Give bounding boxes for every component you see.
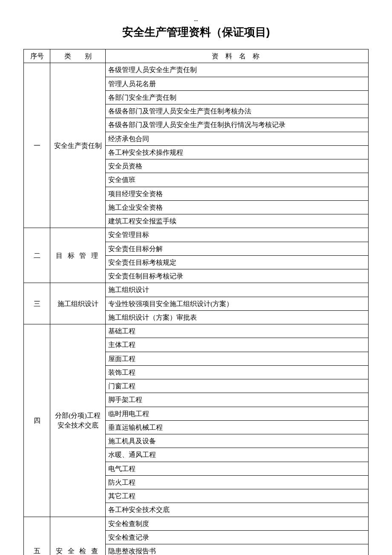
item-cell: 各级管理人员安全生产责任制 bbox=[106, 63, 369, 77]
header-mark: -- bbox=[23, 17, 369, 24]
item-cell: 施工组织设计（方案）审批表 bbox=[106, 310, 369, 324]
col-category: 类 别 bbox=[50, 49, 106, 63]
item-cell: 装饰工程 bbox=[106, 365, 369, 379]
item-cell: 经济承包合同 bbox=[106, 132, 369, 145]
item-cell: 各级各部门及管理人员安全生产责任制执行情况与考核记录 bbox=[106, 118, 369, 132]
item-cell: 专业性较强项目安全施工组织设计(方案） bbox=[106, 297, 369, 310]
table-row: 三施工组织设计施工组织设计 bbox=[24, 283, 369, 297]
item-cell: 临时用电工程 bbox=[106, 407, 369, 420]
item-cell: 施工企业安全资格 bbox=[106, 200, 369, 214]
item-cell: 安全管理目标 bbox=[106, 228, 369, 242]
seq-cell: 三 bbox=[24, 283, 50, 324]
item-cell: 安全员资格 bbox=[106, 159, 369, 173]
item-cell: 施工组织设计 bbox=[106, 283, 369, 297]
item-cell: 安全责任目标分解 bbox=[106, 242, 369, 255]
seq-cell: 一 bbox=[24, 63, 50, 228]
item-cell: 安全值班 bbox=[106, 173, 369, 187]
category-cell: 施工组织设计 bbox=[50, 283, 106, 324]
item-cell: 安全责任制目标考核记录 bbox=[106, 269, 369, 283]
item-cell: 电气工程 bbox=[106, 462, 369, 475]
seq-cell: 五 bbox=[24, 517, 50, 555]
item-cell: 各工种安全技术交底 bbox=[106, 503, 369, 517]
item-cell: 隐患整改报告书 bbox=[106, 544, 369, 555]
item-cell: 各部门安全生产责任制 bbox=[106, 90, 369, 104]
item-cell: 各工种安全技术操作规程 bbox=[106, 145, 369, 159]
category-cell: 分部(分项)工程安全技术交底 bbox=[50, 324, 106, 517]
page-title: 安全生产管理资料（保证项目) bbox=[23, 25, 369, 40]
item-cell: 防火工程 bbox=[106, 475, 369, 489]
item-cell: 水暖、通风工程 bbox=[106, 448, 369, 462]
item-cell: 脚手架工程 bbox=[106, 393, 369, 407]
category-cell: 目 标 管 理 bbox=[50, 228, 106, 283]
item-cell: 基础工程 bbox=[106, 324, 369, 338]
col-seq: 序号 bbox=[24, 49, 50, 63]
item-cell: 施工机具及设备 bbox=[106, 434, 369, 448]
item-cell: 建筑工程安全报监手续 bbox=[106, 214, 369, 228]
table-row: 四分部(分项)工程安全技术交底基础工程 bbox=[24, 324, 369, 338]
item-cell: 垂直运输机械工程 bbox=[106, 420, 369, 434]
category-cell: 安全生产责任制 bbox=[50, 63, 106, 228]
item-cell: 屋面工程 bbox=[106, 352, 369, 365]
category-cell: 安 全 检 查 bbox=[50, 517, 106, 555]
materials-table: 序号 类 别 资 料 名 称 一安全生产责任制各级管理人员安全生产责任制管理人员… bbox=[23, 49, 369, 555]
col-name: 资 料 名 称 bbox=[106, 49, 369, 63]
item-cell: 项目经理安全资格 bbox=[106, 187, 369, 200]
item-cell: 主体工程 bbox=[106, 338, 369, 352]
item-cell: 安全责任目标考核规定 bbox=[106, 255, 369, 269]
item-cell: 安全检查记录 bbox=[106, 530, 369, 544]
table-row: 一安全生产责任制各级管理人员安全生产责任制 bbox=[24, 63, 369, 77]
table-row: 二目 标 管 理安全管理目标 bbox=[24, 228, 369, 242]
seq-cell: 四 bbox=[24, 324, 50, 517]
seq-cell: 二 bbox=[24, 228, 50, 283]
item-cell: 安全检查制度 bbox=[106, 517, 369, 530]
item-cell: 管理人员花名册 bbox=[106, 77, 369, 90]
item-cell: 门窗工程 bbox=[106, 379, 369, 393]
item-cell: 其它工程 bbox=[106, 489, 369, 503]
item-cell: 各级各部门及管理人员安全生产责任制考核办法 bbox=[106, 104, 369, 118]
table-row: 五安 全 检 查安全检查制度 bbox=[24, 517, 369, 530]
table-header-row: 序号 类 别 资 料 名 称 bbox=[24, 49, 369, 63]
